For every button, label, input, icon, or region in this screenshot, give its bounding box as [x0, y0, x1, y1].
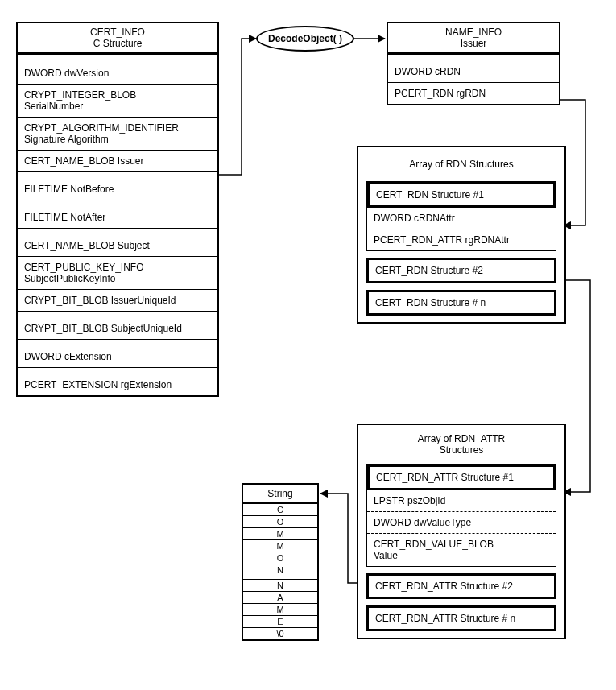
string-char: C [243, 504, 317, 516]
decode-object-node: DecodeObject( ) [256, 26, 354, 52]
string-char: E [243, 616, 317, 628]
string-char: M [243, 528, 317, 540]
rdn-struct-2: CERT_RDN Structure #2 [366, 258, 556, 283]
string-box: String C O M M O N N A M E \0 [242, 483, 319, 641]
cert-info-row: CRYPT_INTEGER_BLOBSerialNumber [18, 85, 217, 118]
cert-info-row: CERT_NAME_BLOB Subject [18, 235, 217, 257]
cert-info-row: CERT_PUBLIC_KEY_INFOSubjectPublicKeyInfo [18, 257, 217, 290]
rdn-attr-struct-1-row: DWORD dwValueType [367, 512, 556, 534]
string-char: M [243, 540, 317, 552]
rdn-array-box: Array of RDN Structures CERT_RDN Structu… [357, 146, 566, 324]
string-char: \0 [243, 628, 317, 639]
name-info-title2: Issuer [391, 38, 556, 49]
cert-info-row: CRYPT_BIT_BLOB SubjectUniqueId [18, 318, 217, 340]
string-char: O [243, 516, 317, 528]
rdn-attr-array-title1: Array of RDN_ATTR [362, 433, 561, 444]
name-info-row-rgRDN: PCERT_RDN rgRDN [388, 83, 559, 104]
string-title: String [243, 485, 317, 504]
string-char: A [243, 592, 317, 604]
rdn-attr-struct-n: CERT_RDN_ATTR Structure # n [366, 605, 556, 631]
cert-info-row-issuer: CERT_NAME_BLOB Issuer [18, 151, 217, 172]
rdn-attr-array-box: Array of RDN_ATTR Structures CERT_RDN_AT… [357, 424, 566, 639]
cert-info-row: DWORD cExtension [18, 346, 217, 368]
rdn-attr-array-title2: Structures [362, 444, 561, 456]
name-info-struct: NAME_INFO Issuer DWORD cRDN PCERT_RDN rg… [387, 22, 560, 105]
rdn-struct-1-row: DWORD cRDNAttr [367, 208, 556, 229]
string-char: O [243, 552, 317, 564]
rdn-struct-n: CERT_RDN Structure # n [366, 290, 556, 316]
cert-info-row: DWORD dwVersion [18, 63, 217, 85]
decode-label: DecodeObject( ) [268, 33, 342, 44]
string-char: N [243, 580, 317, 592]
rdn-attr-struct-1-row: LPSTR pszObjId [367, 490, 556, 512]
name-info-title1: NAME_INFO [391, 27, 556, 38]
rdn-attr-struct-1-title: CERT_RDN_ATTR Structure #1 [367, 465, 556, 490]
cert-info-title1: CERT_INFO [21, 27, 214, 38]
rdn-struct-1-title: CERT_RDN Structure #1 [367, 182, 556, 208]
cert-info-row: FILETIME NotAfter [18, 207, 217, 229]
rdn-attr-struct-2: CERT_RDN_ATTR Structure #2 [366, 573, 556, 599]
cert-info-row: CRYPT_ALGORITHM_IDENTIFIERSignature Algo… [18, 118, 217, 151]
cert-info-title2: C Structure [21, 38, 214, 49]
string-char: M [243, 604, 317, 616]
rdn-struct-1-row-rgRDNAttr: PCERT_RDN_ATTR rgRDNAttr [367, 229, 556, 250]
cert-info-row: FILETIME NotBefore [18, 179, 217, 200]
name-info-row: DWORD cRDN [388, 61, 559, 83]
rdn-array-title: Array of RDN Structures [362, 159, 561, 170]
cert-info-struct: CERT_INFO C Structure DWORD dwVersion CR… [16, 22, 219, 397]
cert-info-row: PCERT_EXTENSION rgExtension [18, 374, 217, 395]
rdn-attr-struct-1-row-value: CERT_RDN_VALUE_BLOBValue [367, 534, 556, 566]
cert-info-row: CRYPT_BIT_BLOB IssuerUniqueId [18, 290, 217, 312]
string-char: N [243, 564, 317, 576]
